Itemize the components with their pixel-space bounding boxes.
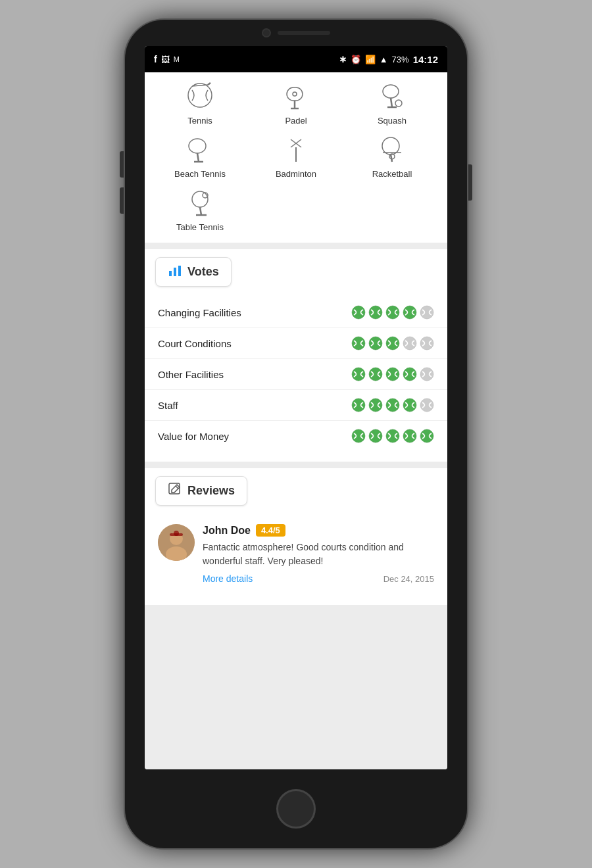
cc-ball-4-empty xyxy=(403,336,417,350)
svg-line-54 xyxy=(176,486,178,489)
bluetooth-icon: ✱ xyxy=(339,55,347,64)
racketball-icon xyxy=(376,132,408,165)
votes-section: Votes Changing Facilities Court C xyxy=(145,249,447,462)
beach-tennis-label: Beach Tennis xyxy=(174,169,226,179)
svg-point-18 xyxy=(382,137,399,155)
svg-line-12 xyxy=(197,153,199,162)
svg-point-38 xyxy=(352,368,365,381)
svg-point-22 xyxy=(192,191,208,207)
svg-point-41 xyxy=(403,368,416,381)
svg-point-39 xyxy=(369,368,382,381)
st-ball-4-filled xyxy=(403,398,417,412)
svg-point-10 xyxy=(395,100,402,107)
vote-row-value-for-money: Value for Money xyxy=(145,421,447,451)
reviews-section-header: Reviews xyxy=(155,476,247,506)
court-conditions-balls xyxy=(351,336,434,350)
table-tennis-icon xyxy=(184,185,216,218)
of-ball-2-filled xyxy=(368,367,383,381)
votes-section-header: Votes xyxy=(155,257,232,287)
svg-point-31 xyxy=(403,306,416,319)
svg-point-33 xyxy=(352,337,365,350)
fb-icon: f xyxy=(154,54,157,64)
svg-point-52 xyxy=(420,429,433,443)
svg-line-2 xyxy=(208,83,210,85)
other-facilities-label: Other Facilities xyxy=(158,369,224,380)
review-item: John Doe 4.4/5 Fantactic atmosphere! Goo… xyxy=(145,516,447,592)
svg-point-40 xyxy=(386,368,399,381)
of-ball-1-filled xyxy=(351,367,366,381)
ball-1-filled xyxy=(351,305,366,320)
badminton-icon xyxy=(280,132,312,165)
sport-item-racketball[interactable]: Racketball xyxy=(347,132,437,179)
review-footer: More details Dec 24, 2015 xyxy=(203,573,434,584)
svg-point-36 xyxy=(403,337,416,350)
phone-device: f 🖼 M ✱ ⏰ 📶 ▲ 73% 14:12 xyxy=(125,20,467,848)
sport-item-tennis[interactable]: Tennis xyxy=(155,79,245,126)
sport-item-table-tennis[interactable]: Table Tennis xyxy=(155,185,245,232)
time-display: 14:12 xyxy=(413,54,438,65)
gallery-icon: 🖼 xyxy=(161,55,170,64)
value-for-money-balls xyxy=(351,429,434,443)
vote-row-changing-facilities: Changing Facilities xyxy=(145,297,447,328)
vfm-ball-5-filled xyxy=(420,429,434,443)
svg-point-28 xyxy=(352,306,365,319)
of-ball-5-empty xyxy=(420,367,434,381)
svg-point-35 xyxy=(386,337,399,350)
svg-point-29 xyxy=(369,306,382,319)
reviewer-name-row: John Doe 4.4/5 xyxy=(203,524,434,537)
volume-up-button[interactable] xyxy=(120,151,124,178)
badminton-label: Badminton xyxy=(276,169,316,179)
of-ball-4-filled xyxy=(403,367,417,381)
status-bar-right: ✱ ⏰ 📶 ▲ 73% 14:12 xyxy=(339,54,438,65)
vfm-ball-3-filled xyxy=(385,429,400,443)
battery-text: 73% xyxy=(392,55,409,64)
squash-icon xyxy=(376,79,408,112)
svg-line-20 xyxy=(391,155,392,162)
svg-point-32 xyxy=(420,306,433,319)
svg-point-48 xyxy=(352,429,365,443)
svg-point-11 xyxy=(189,139,206,153)
sport-item-badminton[interactable]: Badminton xyxy=(251,132,341,179)
squash-label: Squash xyxy=(378,116,407,126)
vfm-ball-2-filled xyxy=(368,429,383,443)
power-button[interactable] xyxy=(468,164,472,201)
reviewer-name: John Doe xyxy=(203,525,251,537)
ball-2-filled xyxy=(368,305,383,320)
vote-row-staff: Staff xyxy=(145,390,447,421)
svg-rect-27 xyxy=(178,266,181,276)
sport-item-padel[interactable]: Padel xyxy=(251,79,341,126)
rating-badge: 4.4/5 xyxy=(256,524,285,537)
padel-label: Padel xyxy=(285,116,307,126)
changing-facilities-label: Changing Facilities xyxy=(158,307,241,318)
svg-point-7 xyxy=(383,85,399,98)
st-ball-3-filled xyxy=(385,398,400,412)
camera xyxy=(262,28,271,37)
svg-rect-25 xyxy=(169,271,172,276)
st-ball-2-filled xyxy=(368,398,383,412)
review-content: John Doe 4.4/5 Fantactic atmosphere! Goo… xyxy=(203,524,434,584)
sport-item-beach-tennis[interactable]: Beach Tennis xyxy=(155,132,245,179)
svg-point-51 xyxy=(403,429,416,443)
more-details-link[interactable]: More details xyxy=(203,573,253,584)
phone-screen: f 🖼 M ✱ ⏰ 📶 ▲ 73% 14:12 xyxy=(145,46,447,769)
ball-3-filled xyxy=(385,305,400,320)
wifi-icon: 📶 xyxy=(365,55,376,64)
vfm-ball-1-filled xyxy=(351,429,366,443)
volume-down-button[interactable] xyxy=(120,187,124,214)
svg-point-46 xyxy=(403,398,416,412)
reviews-section: Reviews xyxy=(145,468,447,605)
tennis-icon xyxy=(184,79,216,112)
court-conditions-label: Court Conditions xyxy=(158,338,232,349)
svg-point-44 xyxy=(369,398,382,412)
home-button[interactable] xyxy=(276,789,316,829)
beach-tennis-icon xyxy=(184,132,216,165)
review-text: Fantactic atmosphere! Good courts condit… xyxy=(203,541,434,568)
sport-item-squash[interactable]: Squash xyxy=(347,79,437,126)
value-for-money-label: Value for Money xyxy=(158,431,229,442)
reviewer-avatar xyxy=(158,524,195,561)
reviews-edit-icon xyxy=(168,482,182,500)
vote-row-other-facilities: Other Facilities xyxy=(145,359,447,390)
alarm-icon: ⏰ xyxy=(351,55,361,64)
ball-5-empty xyxy=(420,305,434,320)
speaker xyxy=(278,31,330,35)
